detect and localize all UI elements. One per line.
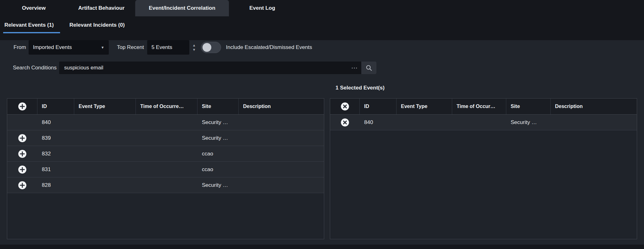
stepper-down-icon[interactable]: ▼ — [192, 48, 196, 51]
tab-event-incident-correlation[interactable]: Event/Incident Correlation — [135, 0, 229, 16]
add-all-header-cell[interactable] — [7, 99, 37, 114]
cell-event-type — [74, 130, 136, 146]
tab-overview[interactable]: Overview — [0, 0, 68, 16]
available-events-table: ID Event Type Time of Occurre… Site Desc… — [7, 98, 324, 239]
cell-id: 840 — [37, 115, 74, 130]
cell-description — [239, 146, 324, 161]
available-events-body: 840Security …839Security …832ccao831ccao… — [7, 115, 324, 239]
cell-description — [239, 162, 324, 177]
column-header-site: Site — [197, 99, 239, 114]
remove-event-icon[interactable] — [341, 118, 349, 127]
cell-description — [239, 130, 324, 146]
row-action-cell[interactable] — [330, 115, 360, 130]
search-conditions-value: suspicious email — [59, 65, 347, 71]
cell-time-of-occurrence — [452, 115, 506, 130]
search-conditions-input[interactable]: suspicious email ⋯ — [59, 62, 376, 74]
chevron-down-icon: ▼ — [101, 46, 104, 49]
remove-all-icon[interactable] — [341, 102, 349, 111]
selected-events-body: 840Security … — [330, 115, 637, 239]
table-header-row: ID Event Type Time of Occur… Site Descri… — [330, 99, 637, 115]
column-header-event-type: Event Type — [74, 99, 136, 114]
include-escalated-toggle[interactable] — [201, 42, 221, 53]
table-row[interactable]: 831ccao — [7, 162, 324, 177]
cell-id: 839 — [37, 130, 74, 146]
tables-area: ID Event Type Time of Occurre… Site Desc… — [0, 98, 644, 239]
table-row[interactable]: 839Security … — [7, 130, 324, 146]
cell-description — [239, 177, 324, 193]
selected-events-table: ID Event Type Time of Occur… Site Descri… — [330, 98, 637, 239]
sub-tab-relevant-events[interactable]: Relevant Events (1) — [3, 18, 60, 33]
cell-event-type — [397, 115, 452, 130]
column-header-description: Description — [239, 99, 324, 114]
add-all-icon[interactable] — [18, 102, 27, 111]
include-escalated-label: Include Escalated/Dismissed Events — [226, 44, 312, 51]
top-tab-bar: Overview Artifact Behaviour Event/Incide… — [0, 0, 644, 16]
cell-time-of-occurrence — [136, 130, 197, 146]
cell-id: 832 — [37, 146, 74, 161]
stepper-up-icon[interactable]: ▲ — [192, 44, 196, 47]
search-conditions-label: Search Conditions — [13, 65, 57, 71]
more-options-icon[interactable]: ⋯ — [347, 65, 361, 71]
search-icon — [365, 64, 372, 71]
tables-header: 1 Selected Event(s) — [0, 83, 644, 93]
search-button[interactable] — [361, 62, 376, 74]
table-row[interactable]: 840Security … — [330, 115, 637, 130]
column-header-id: ID — [360, 99, 397, 114]
cell-site: Security … — [506, 115, 551, 130]
top-recent-input[interactable]: 5 Events — [147, 40, 189, 55]
column-header-event-type: Event Type — [397, 99, 452, 114]
column-header-id: ID — [37, 99, 74, 114]
cell-description — [551, 115, 637, 130]
row-action-cell[interactable] — [7, 177, 37, 193]
cell-time-of-occurrence — [136, 177, 197, 193]
selected-events-count: 1 Selected Event(s) — [330, 85, 385, 91]
add-event-icon[interactable] — [18, 149, 27, 158]
top-recent-label: Top Recent — [117, 44, 144, 51]
cell-event-type — [74, 162, 136, 177]
top-recent-stepper: ▲ ▼ — [192, 44, 196, 51]
toggle-knob — [203, 43, 211, 52]
from-dropdown[interactable]: Imported Events ▼ — [29, 40, 109, 55]
column-header-time: Time of Occur… — [452, 99, 506, 114]
cell-time-of-occurrence — [136, 146, 197, 161]
add-event-icon[interactable] — [18, 134, 27, 143]
from-label: From — [14, 44, 26, 51]
table-row[interactable]: 832ccao — [7, 146, 324, 162]
remove-all-header-cell[interactable] — [330, 99, 360, 114]
cell-site: ccao — [197, 146, 239, 161]
search-row: Search Conditions suspicious email ⋯ — [13, 62, 644, 74]
cell-site: Security … — [197, 177, 239, 193]
sub-tab-relevant-incidents[interactable]: Relevant Incidents (0) — [68, 18, 131, 33]
filter-row: From Imported Events ▼ Top Recent 5 Even… — [14, 40, 644, 55]
cell-site: Security … — [197, 130, 239, 146]
add-event-icon[interactable] — [18, 165, 27, 174]
tab-artifact-behaviour[interactable]: Artifact Behaviour — [68, 0, 135, 16]
sub-tab-bar: Relevant Events (1) Relevant Incidents (… — [0, 16, 644, 36]
cell-time-of-occurrence — [136, 115, 197, 130]
cell-time-of-occurrence — [136, 162, 197, 177]
cell-id: 828 — [37, 177, 74, 193]
cell-description — [239, 115, 324, 130]
from-dropdown-value: Imported Events — [33, 44, 72, 51]
row-action-cell[interactable] — [7, 130, 37, 146]
tab-event-log[interactable]: Event Log — [229, 0, 296, 16]
column-header-description: Description — [551, 99, 637, 114]
table-row[interactable]: 828Security … — [7, 177, 324, 193]
row-action-cell[interactable] — [7, 146, 37, 161]
cell-id: 840 — [360, 115, 397, 130]
row-action-cell[interactable] — [7, 162, 37, 177]
add-event-icon[interactable] — [18, 181, 27, 190]
table-row[interactable]: 840Security … — [7, 115, 324, 130]
top-recent-value: 5 Events — [152, 44, 172, 51]
event-incident-correlation-page: Overview Artifact Behaviour Event/Incide… — [0, 0, 644, 245]
cell-id: 831 — [37, 162, 74, 177]
cell-site: Security … — [197, 115, 239, 130]
cell-event-type — [74, 177, 136, 193]
cell-site: ccao — [197, 162, 239, 177]
column-header-time: Time of Occurre… — [136, 99, 197, 114]
column-header-site: Site — [506, 99, 551, 114]
cell-event-type — [74, 115, 136, 130]
table-header-row: ID Event Type Time of Occurre… Site Desc… — [7, 99, 324, 115]
cell-event-type — [74, 146, 136, 161]
row-action-cell — [7, 115, 37, 130]
